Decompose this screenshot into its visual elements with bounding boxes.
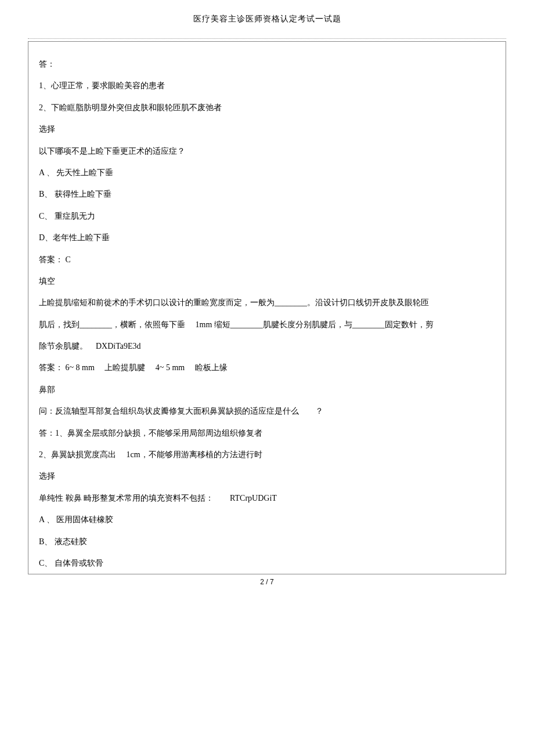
- q2-option-a: A 、 医用固体硅橡胶: [39, 509, 495, 530]
- page-footer: 2 / 7: [0, 574, 534, 593]
- divider-top: [28, 38, 506, 39]
- nose-question: 问：反流轴型耳部复合组织岛状皮瓣修复大面积鼻翼缺损的适应症是什么 ？: [39, 400, 495, 422]
- q1-option-c: C、 重症肌无力: [39, 205, 495, 227]
- q1-option-a: A 、 先天性上睑下垂: [39, 162, 495, 183]
- fill-answer: 答案： 6~ 8 mm 上睑提肌腱 4~ 5 mm 睑板上缘: [39, 357, 495, 378]
- page-header: 医疗美容主诊医师资格认定考试一试题: [0, 0, 534, 38]
- content-box: 答： 1、心理正常，要求眼睑美容的患者 2、下睑眶脂肪明显外突但皮肤和眼轮匝肌不…: [28, 41, 506, 574]
- question-2: 单纯性 鞍鼻 畸形整复术常用的填充资料不包括： RTCrpUDGiT: [39, 487, 495, 509]
- q1-answer: 答案： C: [39, 249, 495, 270]
- answer-item-2: 2、下睑眶脂肪明显外突但皮肤和眼轮匝肌不废弛者: [39, 97, 495, 118]
- q1-option-d: D、老年性上睑下垂: [39, 227, 495, 248]
- q2-option-b: B、 液态硅胶: [39, 531, 495, 552]
- answer-label: 答：: [39, 53, 495, 75]
- fill-line-1: 上睑提肌缩短和前徙术的手术切口以设计的重睑宽度而定，一般为________。沿设…: [39, 292, 495, 313]
- section-choose: 选择: [39, 118, 495, 140]
- fill-line-3: 除节余肌腱。 DXDiTa9E3d: [39, 335, 495, 357]
- q1-option-b: B、 获得性上睑下垂: [39, 183, 495, 205]
- section-nose: 鼻部: [39, 379, 495, 400]
- question-1: 以下哪项不是上睑下垂更正术的适应症？: [39, 140, 495, 162]
- nose-answer-1: 答：1、鼻翼全层或部分缺损，不能够采用局部周边组织修复者: [39, 422, 495, 444]
- fill-line-2: 肌后，找到________，横断，依照每下垂 1mm 缩短________肌腱长…: [39, 314, 495, 335]
- nose-answer-2: 2、鼻翼缺损宽度高出 1cm，不能够用游离移植的方法进行时: [39, 444, 495, 465]
- answer-item-1: 1、心理正常，要求眼睑美容的患者: [39, 75, 495, 96]
- section-fill: 填空: [39, 270, 495, 292]
- section-choose-2: 选择: [39, 465, 495, 487]
- q2-option-c: C、 自体骨或软骨: [39, 552, 495, 574]
